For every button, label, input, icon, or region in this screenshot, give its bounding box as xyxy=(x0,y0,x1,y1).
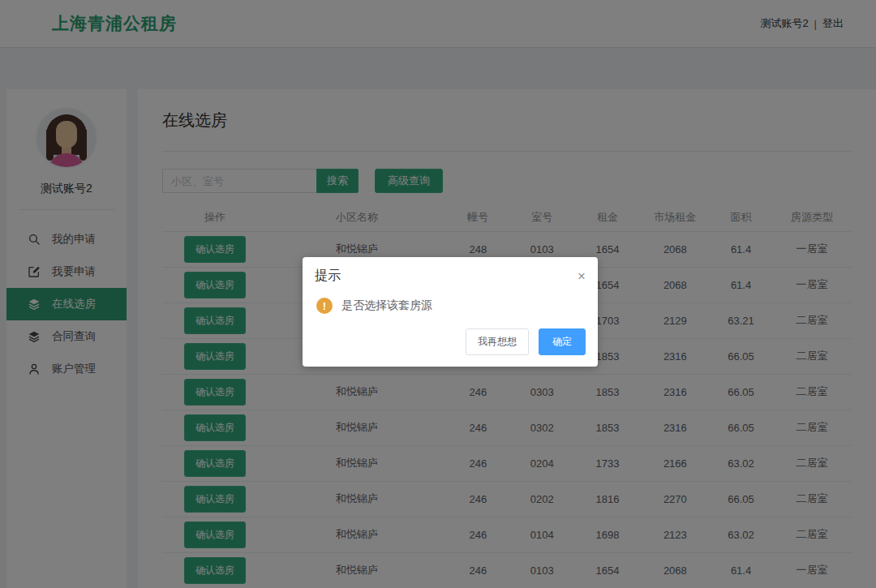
warning-icon: ! xyxy=(316,298,333,314)
modal-title: 提示 xyxy=(315,268,341,285)
close-icon[interactable]: × xyxy=(578,269,586,283)
confirm-button[interactable]: 确定 xyxy=(539,328,586,355)
modal-message: 是否选择该套房源 xyxy=(341,298,432,313)
cancel-button[interactable]: 我再想想 xyxy=(466,328,529,355)
message-box: 提示 × ! 是否选择该套房源 我再想想 确定 xyxy=(303,257,598,367)
